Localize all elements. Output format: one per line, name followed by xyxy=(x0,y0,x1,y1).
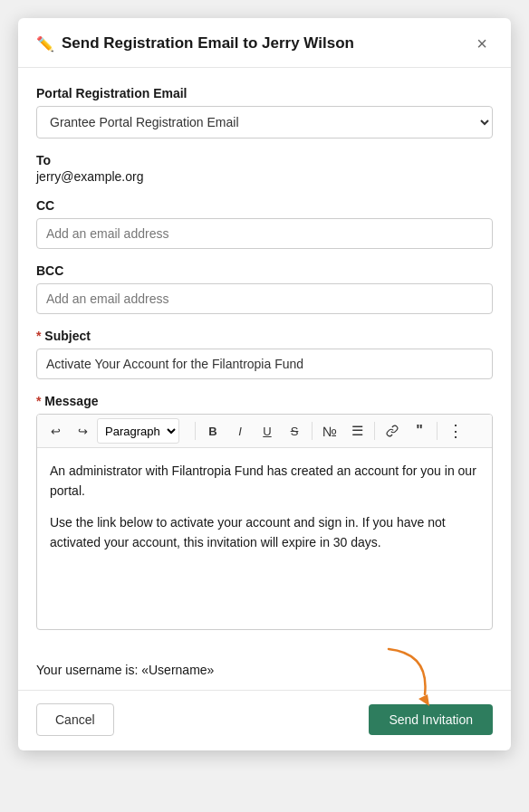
arrow-decoration xyxy=(384,645,438,711)
modal-header: ✏️ Send Registration Email to Jerry Wils… xyxy=(18,18,511,68)
pencil-icon: ✏️ xyxy=(36,35,54,53)
toolbar-divider-2 xyxy=(312,422,313,440)
send-registration-email-modal: ✏️ Send Registration Email to Jerry Wils… xyxy=(18,18,511,750)
message-group: Message ↩ ↪ Paragraph B I U S № xyxy=(36,394,493,630)
blockquote-button[interactable]: " xyxy=(407,418,432,444)
message-label: Message xyxy=(36,394,493,408)
toolbar-divider-3 xyxy=(374,422,375,440)
more-options-button[interactable]: ⋮ xyxy=(442,418,469,444)
italic-button[interactable]: I xyxy=(227,418,253,444)
undo-button[interactable]: ↩ xyxy=(43,418,68,444)
paragraph-style-select[interactable]: Paragraph xyxy=(97,418,179,444)
subject-label: Subject xyxy=(36,329,493,343)
modal-body: Portal Registration Email Grantee Portal… xyxy=(18,68,511,654)
subject-group: Subject xyxy=(36,329,493,379)
svg-marker-0 xyxy=(418,694,429,706)
modal-title-text: Send Registration Email to Jerry Wilson xyxy=(62,34,354,53)
username-text: Your username is: «Username» xyxy=(36,663,214,677)
portal-registration-label: Portal Registration Email xyxy=(36,86,493,100)
strikethrough-button[interactable]: S xyxy=(282,418,307,444)
subject-input[interactable] xyxy=(36,349,493,379)
username-section: Your username is: «Username» xyxy=(18,654,511,690)
message-editor: ↩ ↪ Paragraph B I U S № ☰ xyxy=(36,414,493,630)
bcc-group: BCC xyxy=(36,263,493,314)
bcc-input[interactable] xyxy=(36,283,493,314)
editor-toolbar: ↩ ↪ Paragraph B I U S № ☰ xyxy=(37,415,492,448)
message-paragraph-1: An administrator with Filantropia Fund h… xyxy=(50,461,479,502)
portal-registration-select[interactable]: Grantee Portal Registration Email xyxy=(36,106,493,139)
bold-button[interactable]: B xyxy=(200,418,226,444)
toolbar-divider-1 xyxy=(195,422,196,440)
bcc-label: BCC xyxy=(36,263,493,278)
editor-content[interactable]: An administrator with Filantropia Fund h… xyxy=(37,448,492,629)
toolbar-divider-4 xyxy=(437,422,438,440)
cc-input[interactable] xyxy=(36,218,493,249)
cancel-button[interactable]: Cancel xyxy=(36,703,114,736)
cc-group: CC xyxy=(36,198,493,249)
message-paragraph-2: Use the link below to activate your acco… xyxy=(50,512,479,553)
to-value: jerry@example.org xyxy=(36,169,493,184)
to-section: To jerry@example.org xyxy=(36,153,493,184)
link-button[interactable] xyxy=(380,418,405,444)
close-button[interactable]: × xyxy=(471,33,493,54)
underline-button[interactable]: U xyxy=(255,418,280,444)
cc-label: CC xyxy=(36,198,493,213)
unordered-list-button[interactable]: ☰ xyxy=(344,418,370,444)
to-label: To xyxy=(36,153,493,167)
redo-button[interactable]: ↪ xyxy=(70,418,95,444)
modal-title: ✏️ Send Registration Email to Jerry Wils… xyxy=(36,34,354,53)
ordered-list-button[interactable]: № xyxy=(317,418,342,444)
portal-registration-group: Portal Registration Email Grantee Portal… xyxy=(36,86,493,139)
paragraph-dropdown-icon xyxy=(181,418,190,444)
